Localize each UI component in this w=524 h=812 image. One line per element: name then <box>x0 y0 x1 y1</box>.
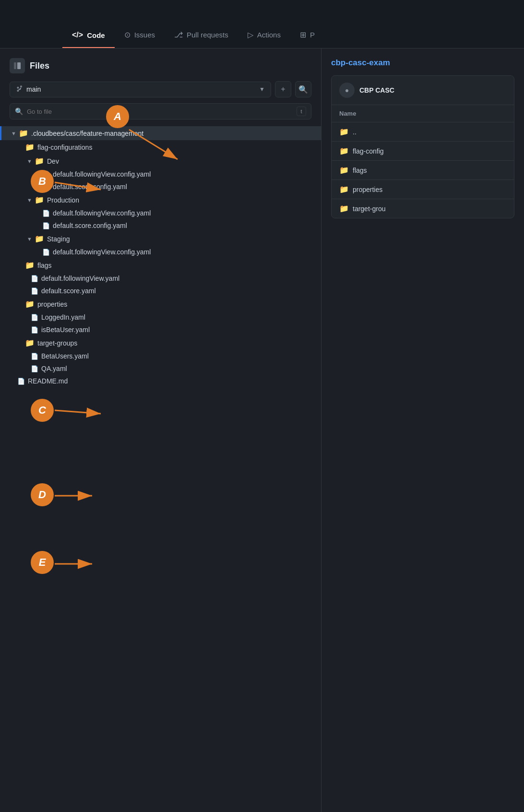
root-folder-name: .cloudbees/casc/feature-management <box>31 130 143 137</box>
props-file2-icon: 📄 <box>31 326 38 334</box>
search-input[interactable] <box>27 108 293 115</box>
dev-file1-name: default.followingView.config.yaml <box>53 170 151 178</box>
right-table-row-dotdot[interactable]: 📁 .. <box>332 122 514 142</box>
dev-folder-icon: 📁 <box>35 156 44 166</box>
production-chevron-icon: ▼ <box>27 197 33 203</box>
branch-chevron-icon: ▼ <box>259 86 265 93</box>
tree-item-properties[interactable]: ▶ 📁 properties <box>0 297 321 311</box>
tree-item-production[interactable]: ▼ 📁 Production <box>0 193 321 207</box>
props-file2-name: isBetaUser.yaml <box>41 326 90 334</box>
repo-avatar: ● <box>339 83 355 98</box>
flagconfig-folder-icon: 📁 <box>339 146 349 155</box>
content-layer: </> Code ⊙ Issues ⎇ Pull requests ▷ Acti… <box>0 0 524 812</box>
shortcut-label: t <box>300 108 302 114</box>
prod-file2-name: default.score.config.yaml <box>53 222 127 229</box>
flag-config-folder-icon: 📁 <box>25 143 35 152</box>
dev-file2-icon: 📄 <box>42 183 50 191</box>
actions-icon: ▷ <box>248 30 253 39</box>
flags-file1-name: default.followingView.yaml <box>41 275 119 282</box>
top-nav: </> Code ⊙ Issues ⎇ Pull requests ▷ Acti… <box>0 0 524 48</box>
branch-selector[interactable]: main ▼ <box>10 82 271 97</box>
prod-file2-icon: 📄 <box>42 222 50 229</box>
root-folder-icon: 📁 <box>19 129 28 138</box>
right-table: Name 📁 .. 📁 flag-config 📁 flags <box>332 105 514 218</box>
tree-item-flags[interactable]: ▶ 📁 flags <box>0 258 321 272</box>
branch-name: main <box>26 85 255 93</box>
tree-item-staging[interactable]: ▼ 📁 Staging <box>0 232 321 246</box>
repo-card: ● CBP CASC Name 📁 .. 📁 flag-config <box>331 75 514 218</box>
tree-item-props-file2[interactable]: 📄 isBetaUser.yaml <box>0 323 321 336</box>
flags-file2-name: default.score.yaml <box>41 287 96 295</box>
tree-item-flags-file1[interactable]: 📄 default.followingView.yaml <box>0 272 321 285</box>
staging-file1-icon: 📄 <box>42 249 50 256</box>
svg-rect-0 <box>14 62 16 69</box>
tab-issues[interactable]: ⊙ Issues <box>115 23 165 48</box>
properties-folder-icon: 📁 <box>25 299 35 309</box>
staging-chevron-icon: ▼ <box>27 236 33 242</box>
tree-item-dev[interactable]: ▼ 📁 Dev <box>0 154 321 168</box>
tab-code-label: Code <box>87 31 105 39</box>
tree-item-tg-file1[interactable]: 📄 BetaUsers.yaml <box>0 350 321 362</box>
target-groups-folder-icon: 📁 <box>25 338 35 347</box>
flags-file1-icon: 📄 <box>31 275 38 282</box>
issues-icon: ⊙ <box>124 30 131 39</box>
right-table-row-flagconfig[interactable]: 📁 flag-config <box>332 142 514 161</box>
tree-item-dev-file1[interactable]: 📄 default.followingView.config.yaml <box>0 168 321 180</box>
page-wrapper: </> Code ⊙ Issues ⎇ Pull requests ▷ Acti… <box>0 0 524 812</box>
branch-row: main ▼ + 🔍 <box>0 81 321 103</box>
target-groups-right-folder-icon: 📁 <box>339 204 349 213</box>
production-folder-icon: 📁 <box>35 195 44 204</box>
dev-name: Dev <box>47 157 59 165</box>
right-table-row-properties[interactable]: 📁 properties <box>332 180 514 199</box>
tg-file1-icon: 📄 <box>31 353 38 360</box>
tree-item-props-file1[interactable]: 📄 LoggedIn.yaml <box>0 311 321 323</box>
repo-title: cbp-casc-exam <box>331 58 514 68</box>
tree-item-prod-file1[interactable]: 📄 default.followingView.config.yaml <box>0 207 321 219</box>
flagconfig-label: flag-config <box>353 147 384 155</box>
dev-file1-icon: 📄 <box>42 171 50 178</box>
tree-item-readme[interactable]: 📄 README.md <box>0 375 321 387</box>
tree-item-flags-file2[interactable]: 📄 default.score.yaml <box>0 285 321 297</box>
main-content: Files main ▼ + <box>0 48 524 812</box>
right-table-row-flags[interactable]: 📁 flags <box>332 161 514 180</box>
props-file1-name: LoggedIn.yaml <box>41 313 85 321</box>
files-title: Files <box>30 61 49 71</box>
root-chevron-icon: ▼ <box>11 131 17 136</box>
file-panel: Files main ▼ + <box>0 48 322 812</box>
search-button[interactable]: 🔍 <box>295 81 311 97</box>
panel-toggle-icon[interactable] <box>10 58 25 73</box>
dotdot-folder-icon: 📁 <box>339 127 349 136</box>
right-table-header: Name <box>332 105 514 122</box>
search-inner-icon: 🔍 <box>15 107 23 115</box>
flags-right-folder-icon: 📁 <box>339 166 349 175</box>
branch-icon <box>16 85 23 94</box>
tree-item-flag-configurations[interactable]: ▶ 📁 flag-configurations <box>0 140 321 154</box>
plus-icon: + <box>281 85 285 94</box>
tab-projects[interactable]: ⊞ P <box>290 23 324 48</box>
right-table-row-target-groups[interactable]: 📁 target-grou <box>332 199 514 218</box>
repo-card-header: ● CBP CASC <box>332 76 514 105</box>
target-groups-name: target-groups <box>37 339 77 347</box>
staging-file1-name: default.followingView.config.yaml <box>53 248 151 256</box>
tab-actions[interactable]: ▷ Actions <box>238 23 290 48</box>
tree-item-dev-file2[interactable]: 📄 default.score.config.yaml <box>0 180 321 193</box>
tree-item-staging-file1[interactable]: 📄 default.followingView.config.yaml <box>0 246 321 258</box>
tree-item-prod-file2[interactable]: 📄 default.score.config.yaml <box>0 219 321 232</box>
add-file-button[interactable]: + <box>275 81 291 97</box>
tab-pull-requests[interactable]: ⎇ Pull requests <box>165 23 238 48</box>
target-groups-right-label: target-grou <box>353 205 385 213</box>
dev-chevron-icon: ▼ <box>27 158 33 164</box>
properties-right-folder-icon: 📁 <box>339 185 349 194</box>
tree-item-target-groups[interactable]: ▶ 📁 target-groups <box>0 336 321 350</box>
prod-file1-name: default.followingView.config.yaml <box>53 209 151 217</box>
readme-icon: 📄 <box>17 378 25 385</box>
tab-code[interactable]: </> Code <box>62 23 115 48</box>
prod-file1-icon: 📄 <box>42 210 50 217</box>
tree-item-tg-file2[interactable]: 📄 QA.yaml <box>0 362 321 375</box>
search-box: 🔍 t <box>10 103 311 119</box>
svg-rect-1 <box>17 62 21 69</box>
tree-root-folder[interactable]: ▼ 📁 .cloudbees/casc/feature-management <box>0 126 321 140</box>
flags-name: flags <box>37 262 52 269</box>
search-icon: 🔍 <box>298 85 308 94</box>
flag-config-name: flag-configurations <box>37 143 92 151</box>
